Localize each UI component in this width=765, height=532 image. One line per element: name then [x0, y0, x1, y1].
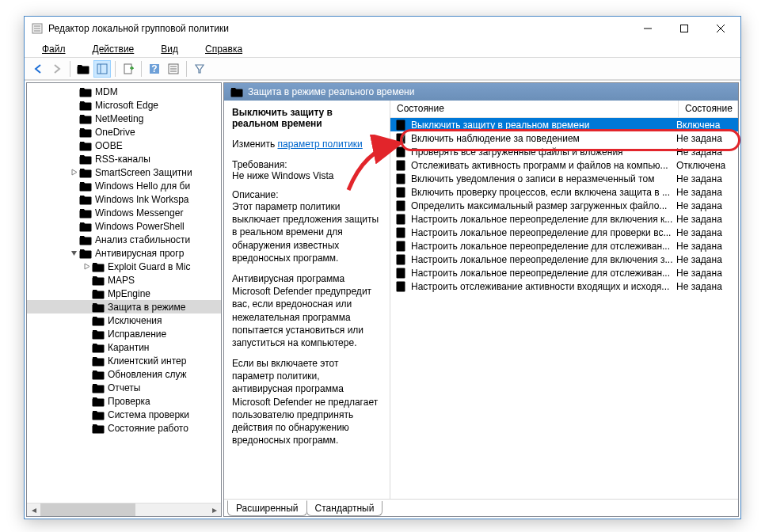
tree-item[interactable]: MDM — [27, 85, 221, 98]
policy-row[interactable]: Настроить локальное переопределение для … — [390, 253, 738, 266]
back-button[interactable] — [29, 60, 47, 78]
policy-state: Не задана — [676, 173, 733, 184]
policy-icon — [395, 200, 408, 211]
policy-state: Отключена — [676, 160, 733, 171]
app-icon — [31, 22, 44, 35]
policy-name: Включить уведомления о записи в неразмеч… — [411, 173, 676, 184]
policy-row[interactable]: Настроить отслеживание активности входящ… — [390, 279, 738, 293]
maximize-button[interactable] — [666, 17, 702, 40]
policy-icon — [395, 133, 408, 144]
tree-item[interactable]: Состояние работо — [27, 421, 221, 435]
export-button[interactable] — [120, 60, 137, 78]
tree-item[interactable]: Проверка — [27, 394, 221, 408]
tree-item[interactable]: OOBE — [27, 139, 221, 152]
tree-item[interactable]: Анализ стабильности — [27, 233, 221, 246]
folder-icon — [79, 221, 92, 232]
policy-row[interactable]: Определить максимальный размер загруженн… — [390, 199, 738, 212]
minimize-button[interactable] — [630, 17, 666, 40]
policy-row[interactable]: Настроить локальное переопределение для … — [390, 266, 738, 279]
scroll-thumb[interactable] — [40, 504, 135, 516]
policy-row[interactable]: Настроить локальное переопределение для … — [390, 239, 738, 253]
col-state[interactable]: Состояние — [679, 101, 738, 117]
expander-placeholder — [81, 409, 92, 420]
tree-item[interactable]: MAPS — [27, 273, 221, 287]
expand-icon[interactable] — [68, 167, 79, 178]
view-tabs: Расширенный Стандартный — [224, 499, 738, 516]
close-button[interactable] — [702, 17, 739, 40]
policy-name: Настроить локальное переопределение для … — [411, 214, 676, 225]
folder-icon — [92, 288, 105, 299]
tab-extended[interactable]: Расширенный — [227, 500, 307, 516]
tree-item-label: Windows Ink Workspa — [95, 194, 188, 205]
policy-row[interactable]: Выключить защиту в реальном времениВключ… — [390, 118, 738, 131]
filter-button[interactable] — [191, 60, 208, 78]
tree-item[interactable]: Антивирусная прогр — [27, 246, 221, 260]
folder-icon — [79, 154, 92, 165]
tree-item[interactable]: OneDrive — [27, 125, 221, 139]
col-name[interactable]: Состояние — [390, 101, 679, 117]
tree-item[interactable]: MpEngine — [27, 287, 221, 300]
policy-row[interactable]: Включить наблюдение за поведениемНе зада… — [390, 131, 738, 145]
list-header: Состояние Состояние — [390, 101, 738, 118]
policy-row[interactable]: Включить уведомления о записи в неразмеч… — [390, 172, 738, 185]
policy-state: Не задана — [676, 241, 733, 252]
folder-icon — [92, 396, 105, 407]
tree-item[interactable]: NetMeeting — [27, 112, 221, 125]
show-hide-tree-button[interactable] — [93, 60, 111, 78]
tree-item[interactable]: Windows Hello для би — [27, 179, 221, 192]
folder-icon — [92, 423, 105, 434]
scroll-left-button[interactable]: ◂ — [27, 504, 40, 516]
tree-item-label: RSS-каналы — [95, 154, 150, 165]
folder-icon — [92, 409, 105, 420]
policy-name: Настроить локальное переопределение для … — [411, 227, 676, 238]
tree-item[interactable]: Система проверки — [27, 408, 221, 421]
tree-item[interactable]: Исправление — [27, 327, 221, 340]
policy-icon — [395, 281, 408, 292]
tree-item[interactable]: Windows Ink Workspa — [27, 192, 221, 206]
tree-item[interactable]: SmartScreen Защитни — [27, 165, 221, 179]
tree-item[interactable]: Обновления служ — [27, 367, 221, 381]
tree-item[interactable]: Исключения — [27, 314, 221, 327]
tree-item[interactable]: Microsoft Edge — [27, 98, 221, 112]
up-button[interactable] — [74, 60, 92, 78]
tree-item[interactable]: Windows Messenger — [27, 206, 221, 219]
tree-item[interactable]: Клиентский интер — [27, 354, 221, 367]
expander-placeholder — [81, 423, 92, 434]
tree-item-label: Исключения — [108, 315, 162, 326]
edit-prefix: Изменить — [232, 139, 277, 150]
edit-policy-link[interactable]: параметр политики — [277, 139, 362, 150]
expander-placeholder — [81, 342, 92, 353]
menu-file[interactable]: Файл — [29, 42, 78, 56]
help-button[interactable]: ? — [146, 60, 163, 78]
policy-row[interactable]: Отслеживать активность программ и файлов… — [390, 158, 738, 172]
menu-help[interactable]: Справка — [192, 42, 255, 56]
tree-item-label: Исправление — [108, 329, 166, 340]
folder-header: Защита в режиме реального времени — [224, 83, 738, 101]
folder-icon — [79, 127, 92, 138]
tree-item[interactable]: Защита в режиме — [27, 300, 221, 314]
policy-row[interactable]: Проверять все загруженные файлы и вложен… — [390, 145, 738, 158]
policy-row[interactable]: Включить проверку процессов, если включе… — [390, 185, 738, 199]
menu-action[interactable]: Действие — [80, 42, 147, 56]
tree-item-label: MAPS — [108, 275, 135, 286]
tree-item[interactable]: Карантин — [27, 340, 221, 354]
policy-row[interactable]: Настроить локальное переопределение для … — [390, 212, 738, 226]
properties-button[interactable] — [165, 60, 182, 78]
expand-icon[interactable] — [81, 261, 92, 272]
tree-item[interactable]: Exploit Guard в Mic — [27, 260, 221, 273]
tree-hscroll[interactable]: ◂ ▸ — [27, 503, 221, 516]
collapse-icon[interactable] — [68, 248, 79, 259]
details-pane: Защита в режиме реального времени Выключ… — [223, 82, 739, 517]
scroll-right-button[interactable]: ▸ — [207, 504, 221, 516]
expander-placeholder — [68, 221, 79, 232]
tree-item[interactable]: Windows PowerShell — [27, 219, 221, 233]
tree-item[interactable]: RSS-каналы — [27, 152, 221, 165]
tree-item[interactable]: Отчеты — [27, 381, 221, 394]
tab-standard[interactable]: Стандартный — [306, 501, 383, 516]
forward-button[interactable] — [48, 60, 66, 78]
svg-rect-16 — [124, 64, 131, 74]
toolbar: ? — [25, 58, 740, 80]
policy-state: Не задана — [676, 214, 733, 225]
menu-view[interactable]: Вид — [148, 42, 191, 56]
policy-row[interactable]: Настроить локальное переопределение для … — [390, 226, 738, 239]
